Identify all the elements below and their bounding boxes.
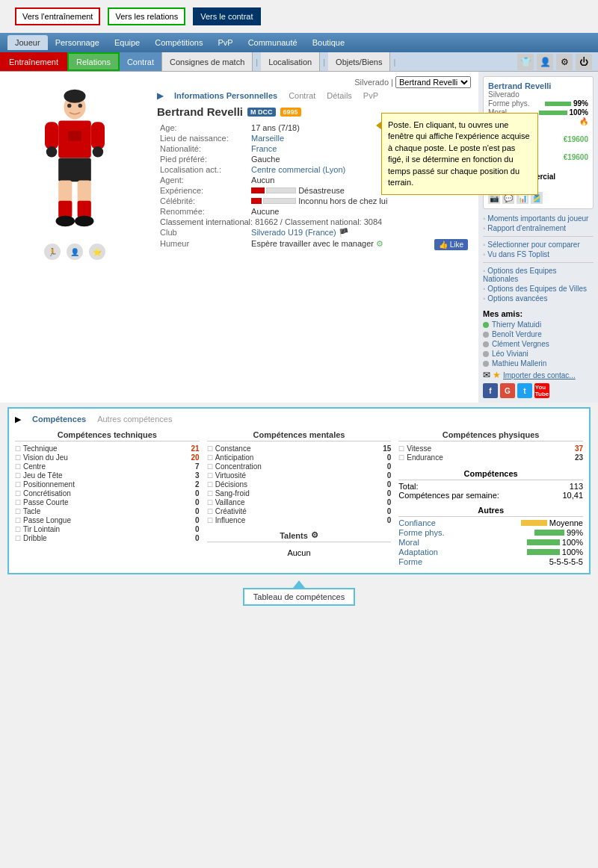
breadcrumb: Silverado | Bertrand Revelli [157,76,471,88]
import-contacts-link[interactable]: Importer des contac... [503,371,576,379]
skill-tacle: ☐ Tacle 0 [15,507,200,515]
autres-confiance: Confiance Moyenne [398,518,583,527]
player-panel: 🏃 👤 ⭐ [0,72,150,403]
skill-sang-froid: ☐ Sang-froid 0 [207,489,392,497]
sidebar-link-0[interactable]: Moments importants du joueur [483,214,594,223]
info-nickname: Renommée: Aucune [157,206,471,217]
autres-forme: Forme 5-5-5-5-5 [398,557,583,566]
svg-rect-16 [68,131,81,141]
info-mood: Humeur Espère travailler avec le manager… [157,238,471,251]
subnav-consignes[interactable]: Consignes de match [162,52,253,71]
nav-joueur[interactable]: Joueur [7,35,48,50]
icon-action1[interactable]: 🏃 [44,244,61,260]
sidebar-player-name: Bertrand Revelli [488,81,588,90]
friend-3[interactable]: Léo Viviani [483,350,594,358]
skill-influence: ☐ Influence 0 [207,516,392,524]
friend-2[interactable]: Clément Vergnes [483,340,594,348]
friend-0[interactable]: Thierry Matuidi [483,320,594,329]
tab-pvp[interactable]: PvP [363,91,378,101]
skill-concentration: ☐ Concentration 0 [207,462,392,471]
content-area: 🏃 👤 ⭐ Silverado | Bertrand Revelli ▶ Inf… [0,72,598,403]
icon-action3[interactable]: ⭐ [89,244,105,260]
skill-technique: ☐ Technique 21 [15,444,200,453]
sidebar-link-5[interactable]: Options des Equipes de Villes [483,284,594,294]
tableau-annotation: Tableau de compétences [0,580,598,606]
sub-nav: Entraînement Relations Contrat Consignes… [0,52,598,72]
mental-title: Compétences mentales [207,430,392,441]
talents-section: Talents ⚙ Aucun [207,530,392,560]
star-icon: ★ [493,370,501,380]
icon-settings[interactable]: ⚙ [556,54,573,70]
sidebar-club: Silverado [488,90,588,99]
google-icon[interactable]: G [500,383,515,398]
sidebar-link-2[interactable]: Sélectionner pour comparer [483,240,594,249]
icon-action2[interactable]: 👤 [67,244,83,260]
friend-1[interactable]: Benoît Verdure [483,330,594,338]
subnav-entrainement[interactable]: Entraînement [0,52,67,71]
sidebar-link-6[interactable]: Options avancées [483,294,594,303]
social-icons: f G t YouTube [483,383,594,398]
skill-positionnement: ☐ Positionnement 2 [15,480,200,489]
subnav-localisation[interactable]: Localisation [261,52,320,71]
subnav-contrat[interactable]: Contrat [120,52,162,71]
player-select[interactable]: Bertrand Revelli [395,76,471,88]
info-celebrity: Célébrité: Inconnu hors de chez lui [157,196,471,206]
skill-vitesse: ☐ Vitesse 37 [398,444,583,453]
technical-column: Compétences techniques ☐ Technique 21 ☐ … [15,430,200,567]
svg-rect-7 [58,158,91,182]
nav-boutique[interactable]: Boutique [305,35,352,50]
physical-title: Compétences physiques [398,430,583,441]
section-tabs: ▶ Informations Personnelles Contrat Déta… [157,91,471,101]
svg-rect-4 [91,122,105,149]
like-button[interactable]: 👍 Like [434,239,468,250]
icon-user[interactable]: 👤 [537,54,553,70]
svg-point-12 [56,216,75,227]
autres-section: Autres Confiance Moyenne Forme phys. 99% [398,506,583,566]
talents-value: Aucun [207,545,392,560]
mail-icon: ✉ [483,370,490,380]
skills-tab-active[interactable]: Compétences [32,415,86,424]
talents-settings-icon[interactable]: ⚙ [311,530,318,540]
friends-title: Mes amis: [483,309,594,318]
skill-passe-courte: ☐ Passe Courte 0 [15,498,200,506]
svg-point-1 [64,90,85,103]
tab-details[interactable]: Détails [327,91,352,101]
sidebar-link-3[interactable]: Vu dans FS Toplist [483,249,594,259]
player-name: Bertrand Revelli [157,105,243,118]
tab-arrow2: ▶ [15,415,21,424]
facebook-icon[interactable]: f [483,383,498,398]
mood-icon[interactable]: ⚙ [376,239,383,248]
autres-forme-phys: Forme phys. 99% [398,528,583,537]
arrow-up-icon [293,580,305,588]
sidebar-link-4[interactable]: Options des Equipes Nationales [483,266,594,284]
subnav-relations[interactable]: Relations [67,52,120,71]
skills-tabs: ▶ Compétences Autres compétences [15,415,583,424]
nav-equipe[interactable]: Equipe [107,35,147,50]
svg-point-14 [67,104,71,108]
nav-competitions[interactable]: Compétitions [147,35,210,50]
skill-creativite: ☐ Créativité 0 [207,507,392,515]
info-club: Club Silverado U19 (France) 🏴 [157,227,471,238]
skill-jeu-tete: ☐ Jeu de Tête 3 [15,471,200,480]
badge-m-dcc: M DCC [247,108,276,117]
tab-infos-perso[interactable]: Informations Personnelles [174,91,277,101]
nav-pvp[interactable]: PvP [210,35,240,50]
nav-communaute[interactable]: Communauté [241,35,305,50]
player-action-icons: 🏃 👤 ⭐ [44,244,105,260]
skill-endurance: ☐ Endurance 23 [398,453,583,462]
nav-personnage[interactable]: Personnage [48,35,107,50]
icon-shirt[interactable]: 👕 [517,54,534,70]
friend-4[interactable]: Mathieu Mallerin [483,359,594,368]
subnav-objets[interactable]: Objets/Biens [328,52,390,71]
contract-annotation: Vers le contrat [193,7,260,25]
tab-contrat[interactable]: Contrat [289,91,315,101]
skill-vision: ☐ Vision du Jeu 20 [15,453,200,462]
svg-rect-10 [58,201,72,218]
skill-concretisation: ☐ Concrétisation 0 [15,489,200,497]
sidebar-link-1[interactable]: Rapport d'entraînement [483,223,594,233]
youtube-icon[interactable]: YouTube [534,383,549,398]
skills-tab-inactive[interactable]: Autres compétences [97,415,172,424]
icon-power[interactable]: ⏻ [576,54,592,70]
twitter-icon[interactable]: t [517,383,532,398]
mental-column: Compétences mentales ☐ Constance 15 ☐ An… [207,430,392,567]
